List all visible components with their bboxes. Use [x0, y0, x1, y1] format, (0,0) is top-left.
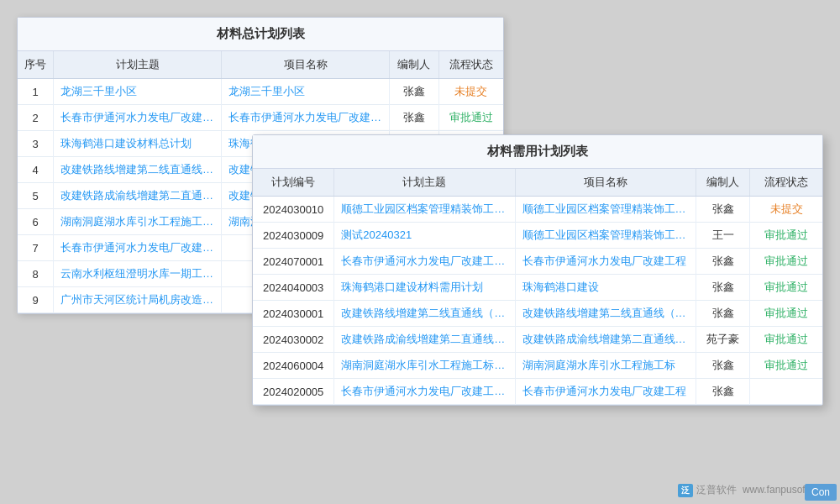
- table-row[interactable]: 2024030002 改建铁路成渝线增建第二直通线（成... 改建铁路成渝线增建…: [253, 327, 822, 353]
- table-row[interactable]: 2024060004 湖南洞庭湖水库引水工程施工标材... 湖南洞庭湖水库引水工…: [253, 353, 822, 379]
- cell-editor: 张鑫: [696, 379, 750, 405]
- cell-status: 审批通过: [750, 223, 822, 249]
- cell-plan[interactable]: 测试20240321: [334, 223, 515, 249]
- cell-code: 2024070001: [253, 249, 334, 275]
- cell-plan[interactable]: 湖南洞庭湖水库引水工程施工标材...: [334, 353, 515, 379]
- table1-header-row: 序号 计划主题 项目名称 编制人 流程状态: [18, 51, 503, 79]
- cell-project[interactable]: 长春市伊通河水力发电厂改建工程: [222, 105, 390, 131]
- cell-editor: 张鑫: [390, 79, 439, 105]
- table2-header-plan: 计划主题: [334, 169, 515, 197]
- cell-editor: 张鑫: [696, 301, 750, 327]
- table1-header-plan: 计划主题: [54, 51, 222, 79]
- cell-seq: 8: [18, 261, 54, 287]
- cell-editor: 张鑫: [696, 197, 750, 223]
- watermark-logo: 泛: [678, 484, 693, 497]
- cell-code: 2024030001: [253, 301, 334, 327]
- cell-project[interactable]: 改建铁路成渝线增建第二直通线（成...: [515, 327, 696, 353]
- table2-header-code: 计划编号: [253, 169, 334, 197]
- cell-code: 2024030009: [253, 223, 334, 249]
- cell-plan[interactable]: 改建铁路线增建第二线直通线（成都-西安）...: [54, 157, 222, 183]
- cell-seq: 1: [18, 79, 54, 105]
- cell-plan[interactable]: 珠海鹤港口建设材料需用计划: [334, 275, 515, 301]
- cell-seq: 5: [18, 183, 54, 209]
- table2-header-status: 流程状态: [750, 169, 822, 197]
- cell-editor: 张鑫: [390, 105, 439, 131]
- cell-plan[interactable]: 顺德工业园区档案管理精装饰工程（...: [334, 197, 515, 223]
- table2-body: 2024030010 顺德工业园区档案管理精装饰工程（... 顺德工业园区档案管…: [253, 197, 822, 405]
- table1-title: 材料总计划列表: [18, 18, 503, 51]
- cell-status: 审批通过: [750, 301, 822, 327]
- cell-editor: 王一: [696, 223, 750, 249]
- cell-code: 2024020005: [253, 379, 334, 405]
- cell-code: 2024030002: [253, 327, 334, 353]
- table1-header-editor: 编制人: [390, 51, 439, 79]
- table2-header-editor: 编制人: [696, 169, 750, 197]
- cell-plan[interactable]: 长春市伊通河水力发电厂改建工程合...: [334, 249, 515, 275]
- cell-plan[interactable]: 珠海鹤港口建设材料总计划: [54, 131, 222, 157]
- cell-project[interactable]: 顺德工业园区档案管理精装饰工程（...: [515, 197, 696, 223]
- cell-project[interactable]: 改建铁路线增建第二线直通线（成都...: [515, 301, 696, 327]
- table1-header-status: 流程状态: [438, 51, 503, 79]
- material-usage-plan-container: 材料需用计划列表 计划编号 计划主题 项目名称 编制人 流程状态 2024030…: [252, 134, 823, 406]
- table1-header-seq: 序号: [18, 51, 54, 79]
- cell-seq: 7: [18, 235, 54, 261]
- cell-editor: 张鑫: [696, 249, 750, 275]
- cell-plan[interactable]: 湖南洞庭湖水库引水工程施工标材料总计划: [54, 209, 222, 235]
- cell-plan[interactable]: 改建铁路成渝线增建第二直通线（成渝枢纽...: [54, 183, 222, 209]
- cell-status: 审批通过: [750, 353, 822, 379]
- cell-project[interactable]: 珠海鹤港口建设: [515, 275, 696, 301]
- cell-seq: 2: [18, 105, 54, 131]
- table2-header-row: 计划编号 计划主题 项目名称 编制人 流程状态: [253, 169, 822, 197]
- cell-seq: 4: [18, 157, 54, 183]
- cell-project[interactable]: 长春市伊通河水力发电厂改建工程: [515, 379, 696, 405]
- cell-status: 审批通过: [438, 105, 503, 131]
- cell-plan[interactable]: 改建铁路线增建第二线直通线（成都...: [334, 301, 515, 327]
- page-wrapper: 材料总计划列表 序号 计划主题 项目名称 编制人 流程状态 1 龙湖三千里小区 …: [0, 0, 840, 504]
- table-row[interactable]: 2024070001 长春市伊通河水力发电厂改建工程合... 长春市伊通河水力发…: [253, 249, 822, 275]
- cell-project[interactable]: 龙湖三千里小区: [222, 79, 390, 105]
- table2-header-project: 项目名称: [515, 169, 696, 197]
- cell-editor: 张鑫: [696, 353, 750, 379]
- table1-header-project: 项目名称: [222, 51, 390, 79]
- cell-code: 2024040003: [253, 275, 334, 301]
- table-row[interactable]: 2 长春市伊通河水力发电厂改建工程合同材料... 长春市伊通河水力发电厂改建工程…: [18, 105, 503, 131]
- cell-status: 未提交: [750, 197, 822, 223]
- cell-plan[interactable]: 长春市伊通河水力发电厂改建工程合同材料...: [54, 105, 222, 131]
- cell-plan[interactable]: 长春市伊通河水力发电厂改建工程材料总计划: [54, 235, 222, 261]
- cell-plan[interactable]: 改建铁路成渝线增建第二直通线（成...: [334, 327, 515, 353]
- cell-status: 审批通过: [750, 327, 822, 353]
- cell-status: 审批通过: [750, 249, 822, 275]
- table-row[interactable]: 2024030001 改建铁路线增建第二线直通线（成都... 改建铁路线增建第二…: [253, 301, 822, 327]
- cell-status: 未提交: [438, 79, 503, 105]
- table-row[interactable]: 2024030009 测试20240321 顺德工业园区档案管理精装饰工程（..…: [253, 223, 822, 249]
- cell-plan[interactable]: 云南水利枢纽澄明水库一期工程施工标材料...: [54, 261, 222, 287]
- cell-status: 审批通过: [750, 275, 822, 301]
- cell-seq: 6: [18, 209, 54, 235]
- cell-editor: 苑子豪: [696, 327, 750, 353]
- cell-seq: 9: [18, 287, 54, 313]
- cell-project[interactable]: 顺德工业园区档案管理精装饰工程（...: [515, 223, 696, 249]
- table-row[interactable]: 2024030010 顺德工业园区档案管理精装饰工程（... 顺德工业园区档案管…: [253, 197, 822, 223]
- table-row[interactable]: 2024040003 珠海鹤港口建设材料需用计划 珠海鹤港口建设 张鑫 审批通过: [253, 275, 822, 301]
- cell-plan[interactable]: 长春市伊通河水力发电厂改建工程材...: [334, 379, 515, 405]
- con-button[interactable]: Con: [805, 484, 837, 501]
- table2: 计划编号 计划主题 项目名称 编制人 流程状态 2024030010 顺德工业园…: [253, 169, 822, 405]
- cell-plan[interactable]: 广州市天河区统计局机房改造项目材料总计划: [54, 287, 222, 313]
- cell-plan[interactable]: 龙湖三千里小区: [54, 79, 222, 105]
- cell-project[interactable]: 湖南洞庭湖水库引水工程施工标: [515, 353, 696, 379]
- cell-editor: 张鑫: [696, 275, 750, 301]
- cell-seq: 3: [18, 131, 54, 157]
- cell-status: [750, 379, 822, 405]
- cell-project[interactable]: 长春市伊通河水力发电厂改建工程: [515, 249, 696, 275]
- table-row[interactable]: 1 龙湖三千里小区 龙湖三千里小区 张鑫 未提交: [18, 79, 503, 105]
- table2-title: 材料需用计划列表: [253, 135, 822, 169]
- cell-code: 2024060004: [253, 353, 334, 379]
- table-row[interactable]: 2024020005 长春市伊通河水力发电厂改建工程材... 长春市伊通河水力发…: [253, 379, 822, 405]
- cell-code: 2024030010: [253, 197, 334, 223]
